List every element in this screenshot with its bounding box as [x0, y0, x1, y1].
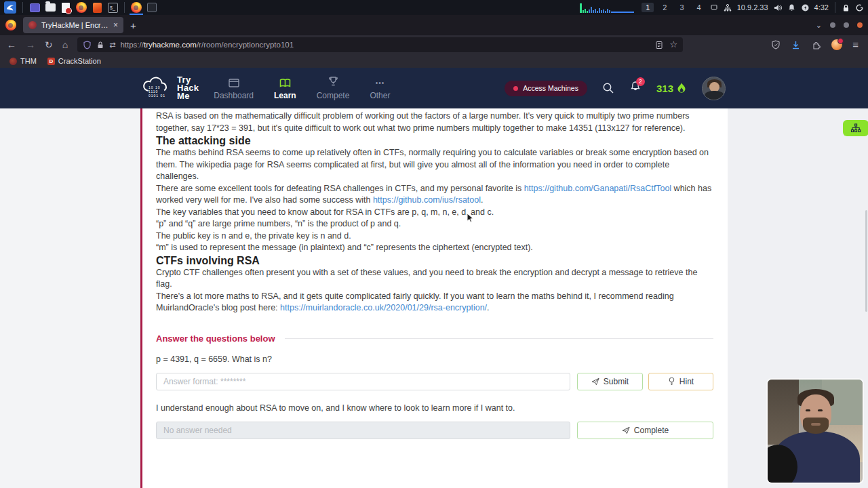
forward-button[interactable]: → — [26, 40, 35, 49]
window-close-dot[interactable] — [857, 22, 863, 28]
nav-dashboard[interactable]: Dashboard — [214, 78, 254, 100]
red-status-dot — [513, 86, 518, 91]
workspace-3[interactable]: 3 — [675, 3, 688, 12]
workspace-1[interactable]: 1 — [642, 3, 654, 12]
widget-icon[interactable] — [710, 3, 718, 12]
lock-icon[interactable] — [96, 41, 104, 49]
reload-button[interactable]: ↻ — [45, 40, 53, 49]
workspace-4[interactable]: 4 — [693, 3, 705, 12]
nav-compete[interactable]: Compete — [317, 76, 350, 100]
webcam-person-eye — [818, 409, 823, 411]
tab-close-icon[interactable]: × — [113, 21, 118, 29]
lightbulb-icon — [668, 377, 675, 386]
paragraph-m-c: “m” is used to represent the message (in… — [156, 242, 713, 254]
url-text[interactable]: https://tryhackme.com/r/room/encryptionc… — [120, 41, 650, 49]
learn-book-icon — [279, 78, 292, 89]
logout-icon[interactable] — [855, 3, 864, 12]
crackstation-favicon: D — [47, 58, 55, 65]
lock-screen-icon[interactable] — [842, 3, 850, 12]
question-2-text: I understand enough about RSA to move on… — [156, 403, 713, 413]
search-icon[interactable] — [602, 82, 614, 94]
nav-other[interactable]: ••• Other — [370, 78, 390, 100]
terminal-app-icon[interactable] — [29, 2, 40, 13]
clock: 4:32 — [814, 3, 829, 12]
answer-input-1[interactable] — [156, 373, 570, 390]
vpn-network-icon[interactable] — [723, 3, 732, 12]
submit-button[interactable]: Submit — [577, 373, 643, 390]
document-app-icon[interactable] — [60, 2, 71, 13]
firefox-launcher-icon[interactable] — [76, 2, 87, 13]
tryhackme-favicon — [28, 21, 37, 29]
hint-button[interactable]: Hint — [648, 373, 713, 390]
answer-section-title: Answer the questions below — [156, 333, 275, 344]
thm-cloud-icon: 10 10 1110 0101 01 — [140, 73, 174, 103]
brand-line: Me — [177, 92, 199, 100]
answer-section-header: Answer the questions below — [156, 333, 713, 344]
browser-tab[interactable]: TryHackMe | Encryption - × — [23, 17, 123, 33]
browser-toolbar: ← → ↻ ⌂ ⇄ https://tryhackme.com/r/room/e… — [0, 35, 868, 54]
taskbar-separator — [835, 2, 835, 13]
taskbar-separator — [22, 2, 23, 13]
thm-logo[interactable]: 10 10 1110 0101 01 Try Hack Me — [140, 73, 199, 103]
protections-shield-icon[interactable] — [771, 40, 781, 49]
hamburger-menu-icon[interactable]: ≡ — [852, 40, 859, 49]
page-left-gutter — [0, 108, 140, 488]
paragraph-crypto-ctf: Crypto CTF challenges often present you … — [156, 267, 713, 291]
page-scrollbar[interactable] — [865, 210, 867, 312]
file-manager-icon[interactable] — [45, 2, 56, 13]
terminal-frame-icon[interactable]: $_ — [107, 2, 118, 13]
extensions-puzzle-icon[interactable] — [811, 40, 821, 50]
browser-tab-bar: TryHackMe | Encryption - × + ⌄ — [0, 15, 868, 35]
link-rsactftool[interactable]: https://github.com/Ganapati/RsaCtfTool — [524, 184, 671, 193]
firefox-icon — [5, 20, 16, 30]
new-tab-button[interactable]: + — [130, 20, 136, 31]
firefox-account-icon[interactable] — [831, 39, 842, 50]
url-bar[interactable]: ⇄ https://tryhackme.com/r/room/encryptio… — [77, 37, 683, 52]
nav-learn[interactable]: Learn — [274, 78, 296, 100]
paragraph-maths-ctfs: The maths behind RSA seems to come up re… — [156, 147, 713, 183]
thm-bookmark-favicon — [9, 58, 17, 65]
points-counter[interactable]: 313 — [656, 82, 687, 94]
link-rsatool[interactable]: https://github.com/ius/rsatool — [373, 195, 481, 205]
window-minimize-dot[interactable] — [830, 22, 835, 28]
power-status-icon[interactable] — [801, 3, 810, 12]
tracking-protection-shield-icon[interactable] — [83, 41, 92, 49]
user-avatar[interactable] — [702, 77, 726, 100]
volume-icon[interactable] — [773, 3, 783, 12]
bookmarks-bar: THM D CrackStation — [0, 54, 868, 68]
download-icon[interactable] — [791, 40, 801, 50]
mouse-cursor — [467, 213, 475, 226]
bookmark-crackstation[interactable]: D CrackStation — [47, 57, 101, 65]
dashboard-window-icon — [228, 78, 240, 89]
webcam-person-eye — [806, 409, 810, 411]
answer-input-2-disabled — [156, 422, 570, 439]
room-options-button[interactable] — [843, 120, 868, 136]
reader-mode-icon[interactable] — [655, 41, 663, 49]
workspace-2[interactable]: 2 — [658, 3, 671, 12]
window-maximize-dot[interactable] — [844, 22, 849, 28]
burpsuite-icon[interactable] — [92, 2, 102, 13]
tab-title: TryHackMe | Encryption - — [41, 21, 108, 29]
editor-window-icon[interactable] — [146, 2, 157, 13]
system-monitor-graph — [580, 2, 634, 13]
complete-button[interactable]: Complete — [577, 422, 713, 439]
question-1-row: Submit Hint — [156, 373, 713, 390]
bookmark-star-icon[interactable]: ☆ — [670, 40, 678, 49]
back-button[interactable]: ← — [7, 40, 16, 49]
home-button[interactable]: ⌂ — [62, 40, 68, 49]
room-task-content: RSA is based on the mathematically diffi… — [156, 110, 713, 439]
firefox-window-active-icon[interactable] — [131, 2, 142, 13]
link-muirlandoracle-blog[interactable]: https://muirlandoracle.co.uk/2020/01/29/… — [280, 303, 487, 312]
notifications-bell[interactable]: 2 — [629, 81, 642, 96]
doh-arrows-icon[interactable]: ⇄ — [109, 40, 115, 49]
webcam-overlay — [768, 380, 863, 483]
compete-trophy-icon — [328, 76, 339, 87]
notification-bell-icon[interactable] — [787, 3, 796, 12]
access-machines-button[interactable]: Access Machines — [505, 81, 587, 96]
paper-plane-icon — [591, 378, 599, 386]
other-dots-icon: ••• — [376, 78, 385, 89]
webcam-person-mouth — [811, 423, 821, 426]
bookmark-thm[interactable]: THM — [9, 57, 37, 65]
kali-menu-icon[interactable] — [4, 1, 16, 14]
list-tabs-chevron-icon[interactable]: ⌄ — [816, 21, 822, 30]
